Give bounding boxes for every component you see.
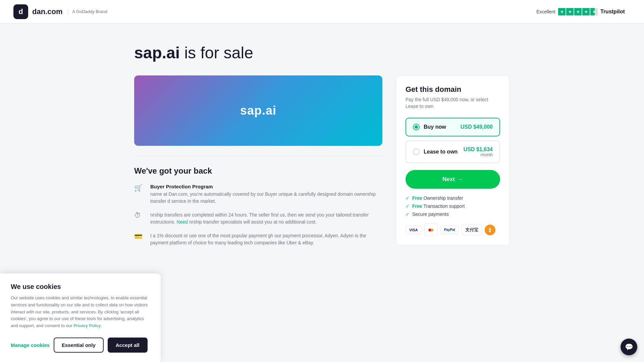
buy-now-radio xyxy=(413,124,420,130)
check-icon-2: ✓ xyxy=(406,203,410,209)
main-content: sap.ai is for sale sap.ai We've got your… xyxy=(121,23,523,266)
need-help-link[interactable]: Need xyxy=(177,219,188,225)
manage-cookies-button[interactable]: Manage cookies xyxy=(11,342,50,348)
trustpilot-label: Excellent xyxy=(536,9,555,14)
feature-desc-1: name at Dan.com, you're automatically co… xyxy=(150,191,382,205)
cookie-buttons: Manage cookies Essential only Accept all xyxy=(11,338,150,353)
buy-now-left: Buy now xyxy=(413,124,446,130)
mastercard-icon: ●● xyxy=(424,224,438,236)
visa-icon: VISA xyxy=(406,226,422,234)
check-icon-1: ✓ xyxy=(406,195,410,201)
benefit-3: ✓ Secure payments xyxy=(406,212,500,217)
divider xyxy=(134,156,382,156)
lease-label: Lease to own xyxy=(424,149,458,155)
paypal-icon: PayPal xyxy=(440,226,459,234)
feature-desc-2: nrship transfers are completed within 24… xyxy=(150,212,382,226)
cookie-title: We use cookies xyxy=(11,283,150,291)
next-button-label: Next xyxy=(442,176,455,183)
trustpilot-stars: ★ ★ ★ ★ ★ xyxy=(558,8,598,15)
star-5: ★ xyxy=(590,8,598,15)
payment-icon: 💳 xyxy=(134,232,145,243)
feature-item-3: 💳 t a 1% discount or use one of the most… xyxy=(134,232,382,246)
benefit-1-text: Free Ownership transfer xyxy=(412,195,463,201)
feature-desc-3: t a 1% discount or use one of the most p… xyxy=(150,232,382,246)
lease-left: Lease to own xyxy=(413,148,458,155)
star-2: ★ xyxy=(566,8,574,15)
panel-title: Get this domain xyxy=(406,85,500,94)
cart-icon: 🛒 xyxy=(134,184,145,194)
accept-all-button[interactable]: Accept all xyxy=(108,338,148,353)
alipay-icon: 支付宝 xyxy=(462,225,482,235)
domain-banner: sap.ai xyxy=(134,75,382,146)
logo-text: dan.com xyxy=(32,7,62,16)
trustpilot-badge: Excellent ★ ★ ★ ★ ★ Trustpilot xyxy=(536,8,631,15)
benefit-3-text: Secure payments xyxy=(412,212,449,217)
svg-text:Trustpilot: Trustpilot xyxy=(600,9,625,14)
trustpilot-icon: Trustpilot xyxy=(600,8,631,15)
feature-item-2: ⏱ nrship transfers are completed within … xyxy=(134,212,382,226)
domain-name: sap.ai xyxy=(134,44,180,62)
check-icon-3: ✓ xyxy=(406,212,410,217)
buy-panel: Get this domain Pay the full USD $49,000… xyxy=(396,75,510,246)
panel-subtitle: Pay the full USD $49,000 now, or select … xyxy=(406,97,500,110)
lease-price: USD $1,634 xyxy=(464,146,493,153)
feature-content-2: nrship transfers are completed within 24… xyxy=(150,212,382,226)
benefit-1: ✓ Free Ownership transfer xyxy=(406,195,500,201)
header: d dan.com A GoDaddy Brand Excellent ★ ★ … xyxy=(0,0,644,23)
buy-now-option[interactable]: Buy now USD $49,000 xyxy=(406,118,500,136)
buy-now-label: Buy now xyxy=(424,124,446,130)
feature-item-1: 🛒 Buyer Protection Program name at Dan.c… xyxy=(134,184,382,205)
lease-option[interactable]: Lease to own USD $1,634 /month xyxy=(406,140,500,163)
star-3: ★ xyxy=(574,8,582,15)
feature-content-1: Buyer Protection Program name at Dan.com… xyxy=(150,184,382,205)
lease-price-sub: /month xyxy=(464,153,493,157)
features-title: We've got your back xyxy=(134,166,382,176)
next-arrow-icon: → xyxy=(458,176,463,183)
lease-radio xyxy=(413,148,420,155)
benefits-list: ✓ Free Ownership transfer ✓ Free Transac… xyxy=(406,195,500,217)
chat-icon: 💬 xyxy=(625,343,633,351)
free-label-1: Free xyxy=(412,195,422,201)
clock-icon: ⏱ xyxy=(134,212,145,222)
bitcoin-icon: ₿ xyxy=(485,225,495,235)
logo-group: d dan.com A GoDaddy Brand xyxy=(13,4,107,19)
logo-icon: d xyxy=(13,4,28,19)
left-column: sap.ai We've got your back 🛒 Buyer Prote… xyxy=(134,75,382,253)
title-suffix: is for sale xyxy=(180,44,253,62)
cookie-banner: We use cookies Our website uses cookies … xyxy=(0,273,161,362)
benefit-2-text: Free Transaction support xyxy=(412,203,465,209)
chat-button[interactable]: 💬 xyxy=(621,339,637,355)
payment-icons: VISA ●● PayPal 支付宝 ₿ xyxy=(406,224,500,236)
star-1: ★ xyxy=(558,8,566,15)
buy-now-price: USD $49,000 xyxy=(461,124,493,130)
benefit-2: ✓ Free Transaction support xyxy=(406,203,500,209)
star-4: ★ xyxy=(582,8,590,15)
page-title: sap.ai is for sale xyxy=(134,44,510,62)
feature-title-1: Buyer Protection Program xyxy=(150,184,382,189)
content-grid: sap.ai We've got your back 🛒 Buyer Prote… xyxy=(134,75,510,253)
lease-price-group: USD $1,634 /month xyxy=(464,146,493,157)
cookie-desc: Our website uses cookies and similar tec… xyxy=(11,295,150,329)
essential-only-button[interactable]: Essential only xyxy=(54,338,104,353)
feature-content-3: t a 1% discount or use one of the most p… xyxy=(150,232,382,246)
logo-brand: A GoDaddy Brand xyxy=(68,9,107,14)
free-label-2: Free xyxy=(412,203,422,209)
privacy-policy-link[interactable]: Privacy Policy xyxy=(73,323,100,328)
next-button[interactable]: Next → xyxy=(406,170,500,189)
domain-banner-text: sap.ai xyxy=(240,104,276,118)
